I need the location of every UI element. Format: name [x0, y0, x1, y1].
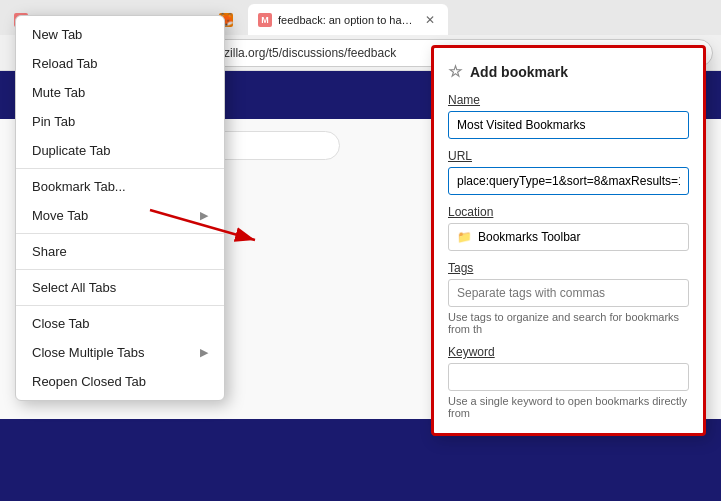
tags-label: Tags — [448, 261, 689, 275]
menu-item-bookmark-tab[interactable]: Bookmark Tab... — [16, 172, 224, 201]
menu-item-share[interactable]: Share — [16, 237, 224, 266]
move-tab-arrow: ▶ — [200, 209, 208, 222]
menu-item-move-tab[interactable]: Move Tab ▶ — [16, 201, 224, 230]
menu-item-reopen-closed-tab[interactable]: Reopen Closed Tab — [16, 367, 224, 396]
separator-1 — [16, 168, 224, 169]
menu-item-reload-tab[interactable]: Reload Tab — [16, 49, 224, 78]
name-label: Name — [448, 93, 689, 107]
tab-3-title: feedback: an option to have an — [278, 14, 416, 26]
tab-3-favicon: M — [258, 13, 272, 27]
keyword-label: Keyword — [448, 345, 689, 359]
bookmark-panel: ☆ Add bookmark Name URL Location 📁 Bookm… — [431, 45, 706, 436]
bookmark-header: ☆ Add bookmark — [448, 62, 689, 81]
separator-2 — [16, 233, 224, 234]
keyword-help: Use a single keyword to open bookmarks d… — [448, 395, 689, 419]
menu-item-duplicate-tab[interactable]: Duplicate Tab — [16, 136, 224, 165]
location-label: Location — [448, 205, 689, 219]
tags-help: Use tags to organize and search for book… — [448, 311, 689, 335]
keyword-input[interactable] — [448, 363, 689, 391]
name-input[interactable] — [448, 111, 689, 139]
star-icon: ☆ — [448, 62, 462, 81]
close-multiple-arrow: ▶ — [200, 346, 208, 359]
location-field[interactable]: 📁 Bookmarks Toolbar — [448, 223, 689, 251]
context-menu: New Tab Reload Tab Mute Tab Pin Tab Dupl… — [15, 15, 225, 401]
bookmark-title: Add bookmark — [470, 64, 568, 80]
keyword-section: Keyword Use a single keyword to open boo… — [448, 345, 689, 419]
location-value: Bookmarks Toolbar — [478, 230, 581, 244]
tags-section: Tags Use tags to organize and search for… — [448, 261, 689, 335]
separator-4 — [16, 305, 224, 306]
url-input[interactable] — [448, 167, 689, 195]
url-label: URL — [448, 149, 689, 163]
menu-item-new-tab[interactable]: New Tab — [16, 20, 224, 49]
folder-icon: 📁 — [457, 230, 472, 244]
menu-item-close-tab[interactable]: Close Tab — [16, 309, 224, 338]
separator-3 — [16, 269, 224, 270]
tab-3-close[interactable]: ✕ — [422, 12, 438, 28]
menu-item-select-all-tabs[interactable]: Select All Tabs — [16, 273, 224, 302]
menu-item-pin-tab[interactable]: Pin Tab — [16, 107, 224, 136]
tags-input[interactable] — [448, 279, 689, 307]
tab-3[interactable]: M feedback: an option to have an ✕ — [248, 4, 448, 35]
menu-item-mute-tab[interactable]: Mute Tab — [16, 78, 224, 107]
menu-item-close-multiple-tabs[interactable]: Close Multiple Tabs ▶ — [16, 338, 224, 367]
